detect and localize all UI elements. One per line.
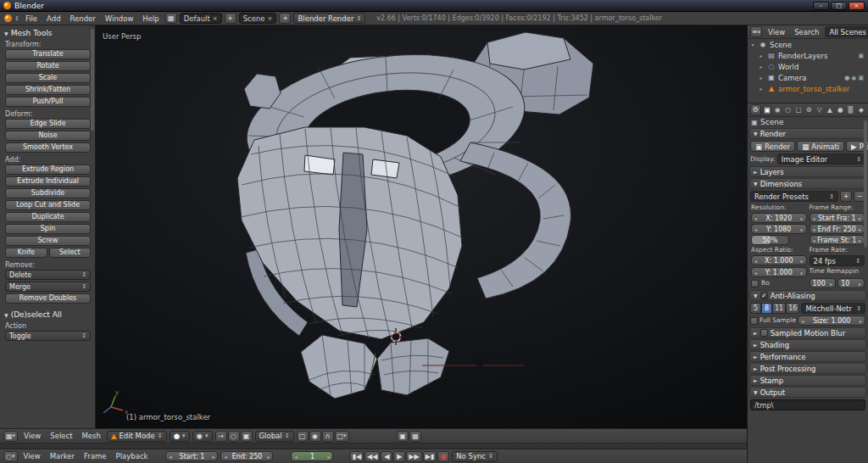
view-menu[interactable]: View xyxy=(20,432,44,440)
frame-rate-selector[interactable]: 24 fps ↕ xyxy=(810,255,865,266)
aa-samples-8[interactable]: 8 xyxy=(761,303,772,314)
render-opengl-anim-icon[interactable]: ▦ xyxy=(409,431,421,442)
timeline-marker-menu[interactable]: Marker xyxy=(47,452,78,460)
deselect-expand-icon[interactable]: ▼ xyxy=(4,312,8,318)
loop-cut-button[interactable]: Loop Cut and Slide xyxy=(5,200,91,210)
mode-selector[interactable]: ▲ Edit Mode ↕ xyxy=(107,431,167,442)
new-scene-button[interactable]: + xyxy=(279,13,291,24)
outliner-search-menu[interactable]: Search xyxy=(791,28,822,36)
maximize-button[interactable]: □ xyxy=(831,2,847,10)
timeline-frame-menu[interactable]: Frame xyxy=(81,452,109,460)
output-path-field[interactable]: /tmp\ xyxy=(750,399,865,410)
tab-physics[interactable]: ◆ xyxy=(857,105,865,115)
manipulator-scale-icon[interactable]: ▣ xyxy=(241,431,253,442)
frame-end-prop-field[interactable]: ◂ End Fr: 250 ▸ xyxy=(810,224,865,234)
output-section-header[interactable]: ▼ Output xyxy=(749,387,866,398)
editor-type-chooser-icon[interactable]: ↕ xyxy=(14,15,19,22)
editor-type-outliner-icon[interactable]: ≡▾ xyxy=(750,26,762,37)
tab-texture[interactable]: ▒ xyxy=(846,105,854,115)
outliner-row-armor-object[interactable]: ▸ ▲ armor_torso_stalker xyxy=(748,83,868,94)
resolution-percentage-slider[interactable]: 50% xyxy=(751,235,789,245)
noise-button[interactable]: Noise xyxy=(5,131,91,141)
aa-samples-5[interactable]: 5 xyxy=(750,303,761,314)
tab-modifiers[interactable]: ▽ xyxy=(815,105,823,115)
subdivide-button[interactable]: Subdivide xyxy=(5,188,91,198)
tab-scene[interactable]: ◉ xyxy=(773,105,782,115)
extrude-region-button[interactable]: Extrude Region xyxy=(5,165,91,175)
frame-start-field[interactable]: ◂ Start: 1 ▸ xyxy=(165,451,218,461)
properties-scrollbar[interactable] xyxy=(864,120,867,248)
anti-aliasing-section-header[interactable]: ▼ ✓ Anti-Aliasing xyxy=(749,290,866,301)
dimensions-section-header[interactable]: ▼ Dimensions xyxy=(749,178,866,189)
shrink-fatten-button[interactable]: Shrink/Fatten xyxy=(5,85,91,95)
next-keyframe-button[interactable]: ▶▶ xyxy=(406,451,421,462)
minimize-button[interactable]: – xyxy=(813,2,829,10)
editor-type-3dview-icon[interactable]: ▦▾ xyxy=(3,431,18,442)
editor-type-timeline-icon[interactable]: ○▾ xyxy=(3,451,18,462)
timeline-view-menu[interactable]: View xyxy=(20,452,44,460)
outliner-row-scene[interactable]: ▾ ◉ Scene xyxy=(748,39,868,50)
viewport-canvas[interactable]: x y xyxy=(96,25,747,428)
tool-shelf-scrollbar[interactable] xyxy=(91,29,94,131)
aa-filter-selector[interactable]: Mitchell-Netr ↕ xyxy=(801,303,865,314)
frame-end-field[interactable]: ◂ End: 250 ▸ xyxy=(220,451,273,461)
render-animation-button[interactable]: ▦ Animati xyxy=(797,141,844,152)
aa-size-field[interactable]: ◂ Size: 1.000 ▸ xyxy=(798,315,865,326)
frame-start-prop-field[interactable]: ◂ Start Fra: 1 ▸ xyxy=(810,213,865,223)
sync-mode-selector[interactable]: No Sync ↕ xyxy=(452,451,498,462)
aspect-y-field[interactable]: ◂ Y: 1.000 ▸ xyxy=(751,267,807,277)
extrude-individual-button[interactable]: Extrude Individual xyxy=(5,176,91,187)
performance-section-header[interactable]: ► Performance xyxy=(749,351,866,362)
tab-object-data[interactable]: ▲ xyxy=(826,105,834,115)
aa-samples-11[interactable]: 11 xyxy=(772,303,786,314)
outliner-row-camera[interactable]: ▸ ▣ Camera ● ◉ ▣ xyxy=(748,72,868,83)
outliner-scope-selector[interactable]: All Scenes ↕ xyxy=(825,26,868,37)
current-frame-field[interactable]: ◂ 1 ▸ xyxy=(291,451,333,461)
visibility-eye-icon[interactable]: ● xyxy=(844,75,849,81)
motion-blur-checkbox[interactable] xyxy=(760,329,768,337)
record-button[interactable]: ● xyxy=(437,451,449,462)
snap-magnet-icon[interactable]: ∩ xyxy=(322,431,334,442)
selectability-icon[interactable]: ◉ xyxy=(851,75,856,81)
menu-file[interactable]: File xyxy=(22,14,41,23)
merge-menu[interactable]: Merge ↕ xyxy=(5,282,91,292)
pivot-point-selector[interactable]: ◉ ▾ xyxy=(192,431,213,442)
scene-selector[interactable]: Scene × xyxy=(239,13,277,24)
menu-help[interactable]: Help xyxy=(139,14,162,23)
screen-layout-browse-icon[interactable]: ▦ xyxy=(165,13,177,24)
delete-menu[interactable]: Delete ↕ xyxy=(5,270,91,280)
render-presets-selector[interactable]: Render Presets ↕ xyxy=(750,191,838,202)
tab-object[interactable]: □ xyxy=(794,105,803,115)
translate-button[interactable]: Translate xyxy=(5,49,91,59)
tab-material[interactable]: ● xyxy=(836,105,844,115)
scale-button[interactable]: Scale xyxy=(5,73,91,83)
spin-button[interactable]: Spin xyxy=(5,224,91,234)
stamp-section-header[interactable]: ► Stamp xyxy=(749,375,866,386)
render-still-button[interactable]: ▣ Render xyxy=(750,141,795,152)
proportional-edit-icon[interactable]: ◉ xyxy=(309,431,321,442)
motion-blur-section-header[interactable]: ► Sampled Motion Blur xyxy=(749,327,866,338)
preset-add-button[interactable]: + xyxy=(840,191,852,202)
tab-world[interactable]: ○ xyxy=(783,105,792,115)
timeline-track[interactable] xyxy=(0,443,747,449)
outliner-row-world[interactable]: ▸ ○ World xyxy=(748,61,868,72)
render-opengl-icon[interactable]: ▣ xyxy=(397,431,409,442)
prev-keyframe-button[interactable]: ◀◀ xyxy=(364,451,380,462)
select-button[interactable]: Select xyxy=(49,248,92,258)
viewport-shading-selector[interactable]: ● ▾ xyxy=(170,431,190,442)
renderability-icon[interactable]: ▣ xyxy=(858,75,864,81)
transform-orientation-selector[interactable]: Global ↕ xyxy=(255,431,294,442)
layout-close-icon[interactable]: × xyxy=(213,15,218,22)
snap-element-selector[interactable]: □▾ xyxy=(335,431,349,442)
render-engine-selector[interactable]: Blender Render ↕ xyxy=(293,13,365,24)
anti-aliasing-checkbox[interactable]: ✓ xyxy=(760,292,768,299)
aa-samples-16[interactable]: 16 xyxy=(786,303,799,314)
renderlayer-render-icon[interactable]: ▣ xyxy=(858,53,864,59)
limit-to-visible-icon[interactable]: □ xyxy=(297,431,309,442)
close-button[interactable]: × xyxy=(849,2,865,10)
frame-step-field[interactable]: ◂ Frame St: 1 ▸ xyxy=(810,235,865,245)
toggle-menu[interactable]: Toggle ↕ xyxy=(5,331,91,341)
aspect-x-field[interactable]: ◂ X: 1.000 ▸ xyxy=(751,255,807,265)
jump-to-end-button[interactable]: ▶▮ xyxy=(423,451,437,462)
scene-close-icon[interactable]: × xyxy=(268,15,273,22)
